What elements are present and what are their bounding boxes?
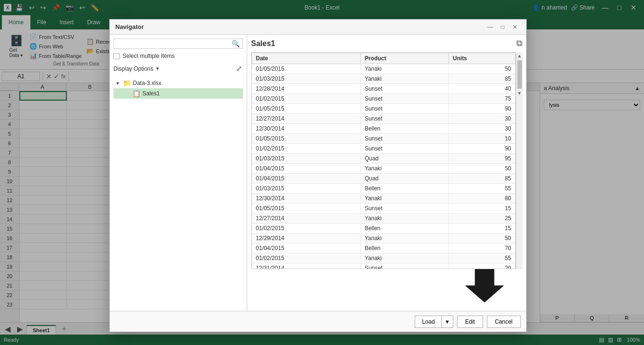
down-arrow-icon <box>466 269 504 302</box>
tree-item-file[interactable]: ▼ 📁 Data-3.xlsx <box>113 78 243 88</box>
table-cell-8-0[interactable]: 01/02/2015 <box>252 144 361 154</box>
table-row: 12/30/2014Bellen30 <box>252 124 515 134</box>
table-cell-4-2[interactable]: 90 <box>449 104 515 114</box>
folder-icon: 📁 <box>123 79 131 87</box>
table-cell-11-2[interactable]: 85 <box>449 174 515 184</box>
table-cell-6-0[interactable]: 12/30/2014 <box>252 124 361 134</box>
table-cell-5-1[interactable]: Sunset <box>361 114 449 124</box>
load-dropdown-btn[interactable]: ▼ <box>441 316 453 328</box>
table-row: 01/03/2015Yanaki85 <box>252 74 515 84</box>
table-row: 12/29/2014Yanaki50 <box>252 233 515 243</box>
table-scroll-area[interactable]: Date Product Units 01/05/2015Yanaki5001/… <box>252 53 515 269</box>
table-cell-0-0[interactable]: 01/05/2015 <box>252 64 361 74</box>
table-cell-7-0[interactable]: 01/05/2015 <box>252 134 361 144</box>
table-cell-18-1[interactable]: Bellen <box>361 243 449 253</box>
table-row: 01/02/2015Yanaki55 <box>252 253 515 263</box>
table-cell-20-2[interactable]: 20 <box>449 263 515 269</box>
search-input[interactable] <box>117 40 232 47</box>
scroll-thumb[interactable] <box>517 60 522 89</box>
table-cell-5-0[interactable]: 12/27/2014 <box>252 114 361 124</box>
table-cell-16-1[interactable]: Bellen <box>361 224 449 233</box>
table-cell-15-0[interactable]: 12/27/2014 <box>252 214 361 224</box>
table-cell-11-1[interactable]: Quad <box>361 174 449 184</box>
table-cell-12-2[interactable]: 55 <box>449 184 515 194</box>
table-cell-3-0[interactable]: 01/02/2015 <box>252 94 361 104</box>
table-cell-9-1[interactable]: Quad <box>361 154 449 164</box>
table-cell-19-0[interactable]: 01/02/2015 <box>252 253 361 263</box>
table-cell-9-2[interactable]: 95 <box>449 154 515 164</box>
table-cell-5-2[interactable]: 30 <box>449 114 515 124</box>
table-cell-2-2[interactable]: 40 <box>449 84 515 94</box>
table-cell-14-2[interactable]: 15 <box>449 204 515 214</box>
dialog-restore-btn[interactable]: □ <box>497 22 508 32</box>
table-cell-15-1[interactable]: Yanaki <box>361 214 449 224</box>
table-cell-3-2[interactable]: 75 <box>449 94 515 104</box>
table-cell-2-1[interactable]: Sunset <box>361 84 449 94</box>
table-cell-13-0[interactable]: 12/30/2014 <box>252 194 361 204</box>
table-cell-16-2[interactable]: 15 <box>449 224 515 233</box>
cancel-btn[interactable]: Cancel <box>487 316 521 328</box>
col-header-product: Product <box>361 53 449 64</box>
table-row: 12/31/2014Sunset20 <box>252 263 515 269</box>
dialog-body: 🔍 Select multiple items Display Options … <box>110 35 526 311</box>
display-options-btn[interactable]: Display Options ▼ <box>113 65 160 72</box>
table-cell-17-0[interactable]: 12/29/2014 <box>252 233 361 243</box>
expand-view-icon[interactable]: ⤢ <box>235 63 243 74</box>
table-cell-0-2[interactable]: 50 <box>449 64 515 74</box>
dialog-title-bar: Navigator — □ ✕ <box>110 19 526 35</box>
table-cell-12-1[interactable]: Bellen <box>361 184 449 194</box>
search-icon[interactable]: 🔍 <box>232 40 240 47</box>
table-cell-17-2[interactable]: 50 <box>449 233 515 243</box>
table-cell-1-2[interactable]: 85 <box>449 74 515 84</box>
table-cell-20-1[interactable]: Sunset <box>361 263 449 269</box>
table-cell-11-0[interactable]: 01/04/2015 <box>252 174 361 184</box>
table-cell-4-1[interactable]: Sunset <box>361 104 449 114</box>
table-cell-1-0[interactable]: 01/03/2015 <box>252 74 361 84</box>
table-cell-0-1[interactable]: Yanaki <box>361 64 449 74</box>
search-box: 🔍 <box>113 38 243 49</box>
table-cell-9-0[interactable]: 01/03/2015 <box>252 154 361 164</box>
dialog-window-controls: — □ ✕ <box>485 22 521 32</box>
table-cell-15-2[interactable]: 25 <box>449 214 515 224</box>
dialog-minimize-btn[interactable]: — <box>485 22 496 32</box>
table-cell-18-0[interactable]: 01/04/2015 <box>252 243 361 253</box>
table-cell-10-1[interactable]: Yanaki <box>361 164 449 174</box>
data-table: Date Product Units 01/05/2015Yanaki5001/… <box>252 53 515 269</box>
edit-btn[interactable]: Edit <box>457 316 483 328</box>
load-btn[interactable]: Load <box>415 316 441 328</box>
table-cell-20-0[interactable]: 12/31/2014 <box>252 263 361 269</box>
table-cell-6-1[interactable]: Bellen <box>361 124 449 134</box>
table-cell-10-2[interactable]: 50 <box>449 164 515 174</box>
table-with-scrollbar: Date Product Units 01/05/2015Yanaki5001/… <box>251 52 523 269</box>
tree-item-sales1[interactable]: 📋 Sales1 <box>113 88 243 99</box>
table-row: 12/30/2014Yanaki80 <box>252 194 515 204</box>
table-cell-13-1[interactable]: Yanaki <box>361 194 449 204</box>
table-cell-19-2[interactable]: 55 <box>449 253 515 263</box>
table-cell-6-2[interactable]: 30 <box>449 124 515 134</box>
table-cell-10-0[interactable]: 01/04/2015 <box>252 164 361 174</box>
dialog-close-btn[interactable]: ✕ <box>509 22 521 32</box>
table-cell-8-2[interactable]: 90 <box>449 144 515 154</box>
scroll-down-arrow[interactable]: ▼ <box>516 90 523 97</box>
preview-header: Sales1 ⧉ <box>251 38 523 48</box>
table-cell-18-2[interactable]: 70 <box>449 243 515 253</box>
preview-external-icon[interactable]: ⧉ <box>516 38 523 48</box>
table-cell-4-0[interactable]: 01/05/2015 <box>252 104 361 114</box>
table-cell-3-1[interactable]: Sunset <box>361 94 449 104</box>
table-cell-17-1[interactable]: Yanaki <box>361 233 449 243</box>
table-cell-8-1[interactable]: Sunset <box>361 144 449 154</box>
scroll-up-arrow[interactable]: ▲ <box>516 52 523 59</box>
display-options-arrow-icon: ▼ <box>155 66 160 71</box>
table-cell-16-0[interactable]: 01/02/2015 <box>252 224 361 233</box>
excel-window: X 💾 ↩ ↪ 📌 📷 ↩ ✏️ Book1 - Excel 👤 n ahame… <box>0 0 644 345</box>
select-multiple-checkbox[interactable] <box>113 53 120 59</box>
table-cell-14-1[interactable]: Sunset <box>361 204 449 214</box>
table-cell-1-1[interactable]: Yanaki <box>361 74 449 84</box>
table-cell-2-0[interactable]: 12/28/2014 <box>252 84 361 94</box>
table-cell-7-2[interactable]: 10 <box>449 134 515 144</box>
table-cell-12-0[interactable]: 01/03/2015 <box>252 184 361 194</box>
table-cell-14-0[interactable]: 01/05/2015 <box>252 204 361 214</box>
table-cell-13-2[interactable]: 80 <box>449 194 515 204</box>
table-cell-19-1[interactable]: Yanaki <box>361 253 449 263</box>
table-cell-7-1[interactable]: Sunset <box>361 134 449 144</box>
